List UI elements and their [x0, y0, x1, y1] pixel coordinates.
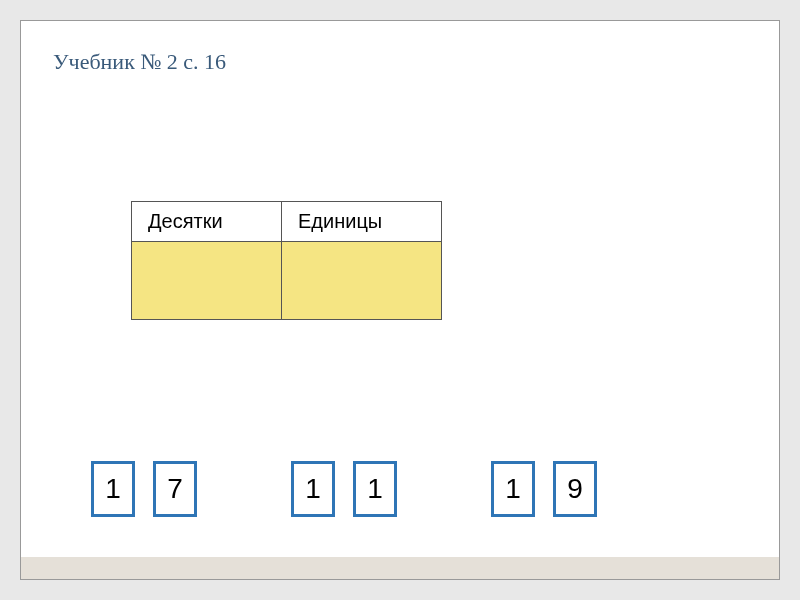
card-pair: 1 9	[491, 461, 597, 517]
number-card[interactable]: 1	[291, 461, 335, 517]
number-card[interactable]: 1	[491, 461, 535, 517]
cell-units[interactable]	[282, 242, 442, 320]
card-pair: 1 1	[291, 461, 397, 517]
number-card[interactable]: 7	[153, 461, 197, 517]
number-cards-row: 1 7 1 1 1 9	[91, 461, 597, 517]
page-title: Учебник № 2 с. 16	[53, 49, 226, 75]
cell-tens[interactable]	[132, 242, 282, 320]
place-value-table: Десятки Единицы	[131, 201, 442, 320]
number-card[interactable]: 1	[91, 461, 135, 517]
footer-bar	[21, 557, 779, 579]
number-card[interactable]: 9	[553, 461, 597, 517]
slide: Учебник № 2 с. 16 Десятки Единицы 1 7 1 …	[20, 20, 780, 580]
header-units: Единицы	[282, 202, 442, 242]
number-card[interactable]: 1	[353, 461, 397, 517]
card-pair: 1 7	[91, 461, 197, 517]
header-tens: Десятки	[132, 202, 282, 242]
